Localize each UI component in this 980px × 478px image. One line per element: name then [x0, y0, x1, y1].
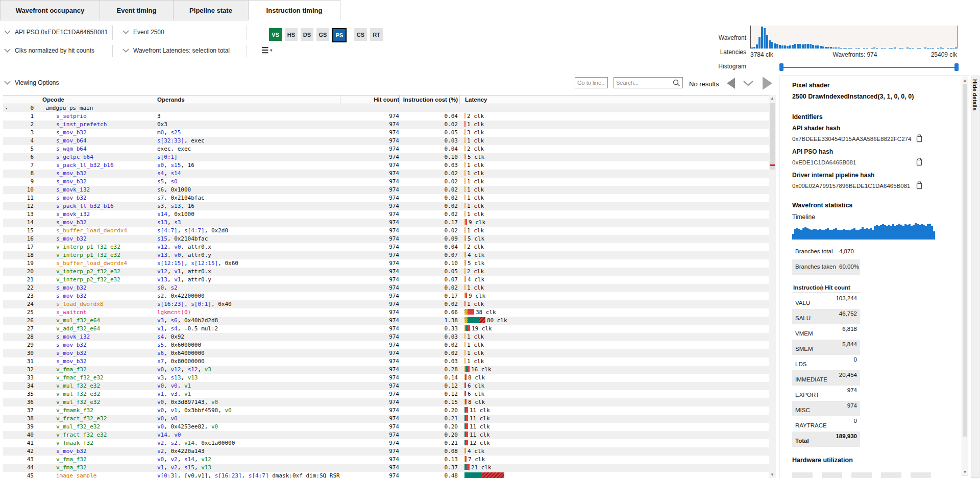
table-row[interactable]: 2s_inst_prefetch0x39740.021 clk [3, 121, 769, 129]
table-row[interactable]: 10s_movk_i32s6, 0x10009740.021 clk [3, 186, 769, 194]
operands-cell: s13, s3 [154, 219, 340, 227]
table-row[interactable]: 27v_add_f32_e64v1, s4, -0.5 mul:29740.33… [3, 325, 769, 333]
hide-details-button[interactable]: Hide details [971, 76, 979, 478]
table-row[interactable]: 30s_mov_b32s6, 0x640000009740.021 clk [3, 349, 769, 357]
instruction-column-header: Instruction [792, 284, 821, 291]
scroll-up-icon[interactable]: ▲ [769, 96, 776, 101]
table-row[interactable]: 18v_interp_p1_f32_e32v13, v0, attr0.y974… [3, 251, 769, 259]
column-header-hit-count[interactable]: Hit count [340, 95, 399, 104]
table-row[interactable]: 35v_mul_f32_e32v1, v3, v19740.126 clk [3, 390, 769, 398]
table-row[interactable]: 15s_buffer_load_dwordx4s[4:7], s[4:7], 0… [3, 227, 769, 235]
details-scrollbar[interactable]: ▲ ▼ [962, 77, 968, 476]
table-row[interactable]: 1s_setprio39740.042 clk [3, 112, 769, 121]
table-row[interactable]: 26v_mul_f32_e64v3, s6, 0x40b2d2d89741.38… [3, 317, 769, 325]
table-row[interactable]: 29s_mov_b32s5, 0x60000009740.021 clk [3, 341, 769, 349]
wavefront-latency-histogram[interactable] [750, 26, 958, 49]
latency-value: 1 clk [467, 121, 484, 128]
tab-event-timing[interactable]: Event timing [100, 0, 174, 20]
table-row[interactable]: 36v_mul_f32_e32v0, 0x3d897143, v09740.15… [3, 398, 769, 407]
table-row[interactable]: 28s_movk_i32s4, 0x929740.031 clk [3, 333, 769, 341]
normalize-dropdown[interactable]: Clks normalized by hit counts [4, 47, 94, 54]
histogram-bar [848, 48, 850, 49]
stage-button-ps[interactable]: PS [332, 28, 347, 42]
goto-line-input[interactable] [575, 77, 608, 88]
scroll-up-icon[interactable]: ▲ [962, 78, 968, 83]
table-row[interactable]: 19s_buffer_load_dwordx4s[12:15], s[12:15… [3, 259, 769, 268]
latency-bar-segment [464, 448, 466, 453]
table-scrollbar[interactable]: ▲ ▼ [769, 95, 776, 478]
table-row[interactable]: 43v_fma_f32v0, v2, s14, v129740.137 clk [3, 456, 769, 464]
table-row[interactable]: 11s_mov_b32s7, 0x2104bfac9740.021 clk [3, 194, 769, 202]
table-row[interactable]: 7s_pack_ll_b32_b16s0, s15, 169740.031 cl… [3, 161, 769, 170]
table-row[interactable]: 45image_samplev[0:3], [v0,v1], s[16:23],… [3, 472, 769, 478]
tree-collapse-icon[interactable]: ▾ [5, 104, 8, 112]
stage-button-vs[interactable]: VS [269, 28, 282, 41]
scroll-down-icon[interactable]: ▼ [962, 470, 968, 474]
opcode-cell: _amdgpu_ps_main [34, 104, 154, 112]
column-header-operands[interactable]: Operands [154, 97, 340, 103]
table-row[interactable]: 8s_mov_b32s4, s149740.021 clk [3, 170, 769, 178]
table-row[interactable]: 34v_mul_f32_e32v0, v0, v19740.126 clk [3, 382, 769, 390]
next-result-button[interactable] [763, 77, 772, 90]
table-row[interactable]: 13s_movk_i32s14, 0x10009740.021 clk [3, 210, 769, 219]
chevron-down-icon[interactable] [743, 80, 754, 89]
stage-button-rt[interactable]: RT [370, 28, 383, 41]
pso-dropdown[interactable]: API PSO 0xEDE1C1DA6465B081 [4, 29, 108, 36]
table-row[interactable]: 44v_fma_f32v1, v2, s15, v139740.3721 clk [3, 464, 769, 472]
histogram-range-slider-track[interactable] [781, 67, 957, 68]
column-header-latency[interactable]: Latency [459, 95, 769, 104]
table-row[interactable]: 32v_fma_f32v0, v12, s12, v39740.2816 clk [3, 366, 769, 374]
histogram-slider-handle-left[interactable] [779, 63, 783, 71]
copy-to-clipboard-icon[interactable] [916, 158, 923, 167]
table-row[interactable]: 12s_pack_ll_b32_b16s3, s13, 169740.021 c… [3, 202, 769, 210]
tab-wavefront-occupancy[interactable]: Wavefront occupancy [0, 0, 100, 20]
table-row[interactable]: 21v_interp_p2_f32_e32v13, v1, attr0.y974… [3, 276, 769, 284]
table-row[interactable]: 22s_mov_b32s0, s29740.021 clk [3, 284, 769, 292]
table-row[interactable]: 39v_mul_f32_e32v0, 0x4253ee82, v09740.20… [3, 423, 769, 431]
menu-button[interactable]: ☰▾ [261, 45, 272, 55]
table-row[interactable]: 41v_fmaak_f32v2, s2, v14, 0xc1a000009740… [3, 439, 769, 447]
event-dropdown[interactable]: Event 2500 [122, 29, 164, 36]
stage-button-hs[interactable]: HS [285, 28, 298, 41]
table-row[interactable]: 9s_mov_b32s5, s09740.021 clk [3, 178, 769, 186]
table-row[interactable]: 23s_mov_b32s2, 0x422000009740.179 clk [3, 292, 769, 300]
operands-cell: v12, v1, attr0.x [154, 268, 340, 276]
table-row[interactable]: 37v_fmamk_f32v0, v1, 0x3bbf4590, v09740.… [3, 407, 769, 415]
histogram-bar [784, 45, 786, 49]
table-row[interactable]: 17v_interp_p1_f32_e32v12, v0, attr0.x974… [3, 243, 769, 251]
scrollbar-thumb[interactable] [770, 103, 775, 170]
stage-button-cs[interactable]: CS [354, 28, 367, 41]
histogram-slider-handle-right[interactable] [954, 63, 959, 71]
table-row[interactable]: 3s_mov_b32m0, s259740.053 clk [3, 129, 769, 137]
table-row[interactable]: 14s_mov_b32s13, s39740.179 clk [3, 219, 769, 227]
line-number: 44 [3, 464, 34, 472]
table-row[interactable]: 4s_mov_b64s[32:33], exec9740.031 clk [3, 137, 769, 145]
column-header-opcode[interactable]: Opcode [34, 97, 154, 103]
table-row[interactable]: 31s_mov_b32s7, 0x800000009740.031 clk [3, 357, 769, 366]
table-row[interactable]: 5s_wqm_b64exec, exec9740.042 clk [3, 145, 769, 153]
table-row[interactable]: 38v_fract_f32_e32v0, v09740.2111 clk [3, 415, 769, 423]
stage-button-gs[interactable]: GS [316, 28, 329, 41]
table-row[interactable]: 24s_load_dwordx8s[16:23], s[0:1], 0x4097… [3, 300, 769, 308]
copy-to-clipboard-icon[interactable] [916, 134, 923, 144]
table-row[interactable]: 42s_mov_b32s2, 0x4220a1439740.084 clk [3, 447, 769, 456]
table-row[interactable]: 0▾_amdgpu_ps_main [3, 104, 769, 112]
latency-mode-dropdown[interactable]: Wavefront Latencies: selection total [122, 47, 230, 54]
stage-button-ds[interactable]: DS [301, 28, 313, 41]
viewing-options-dropdown[interactable]: Viewing Options [4, 79, 59, 86]
previous-result-button[interactable] [727, 78, 735, 89]
scrollbar-thumb[interactable] [963, 84, 967, 437]
table-row[interactable]: 40v_fract_f32_e32v14, v09740.2011 clk [3, 431, 769, 439]
tab-pipeline-state[interactable]: Pipeline state [174, 0, 249, 20]
table-row[interactable]: 25s_waitcntlgkmcnt(0)9740.6638 clk [3, 308, 769, 317]
tab-instruction-timing[interactable]: Instruction timing [249, 0, 340, 20]
copy-to-clipboard-icon[interactable] [916, 181, 923, 190]
table-row[interactable]: 33v_fmac_f32_e32v3, s13, v139740.148 clk [3, 374, 769, 382]
scroll-down-icon[interactable]: ▼ [769, 472, 776, 477]
column-header-instruction-cost[interactable]: Instruction cost (%) [399, 95, 459, 104]
operands-cell: s[16:23], s[0:1], 0x40 [154, 300, 340, 308]
table-row[interactable]: 20v_interp_p2_f32_e32v12, v1, attr0.x974… [3, 268, 769, 276]
table-row[interactable]: 16s_mov_b32s15, 0x2104bfac9740.095 clk [3, 235, 769, 243]
identifiers-title: Identifiers [792, 113, 823, 121]
table-row[interactable]: 6s_getpc_b64s[0:1]9740.105 clk [3, 153, 769, 161]
